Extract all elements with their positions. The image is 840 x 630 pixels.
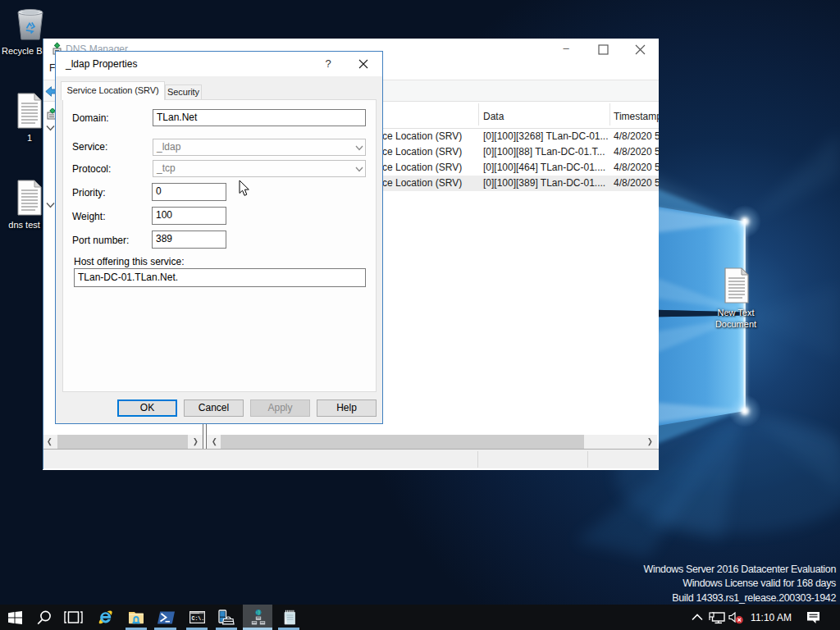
svg-text:C:\.: C:\. bbox=[192, 616, 205, 622]
